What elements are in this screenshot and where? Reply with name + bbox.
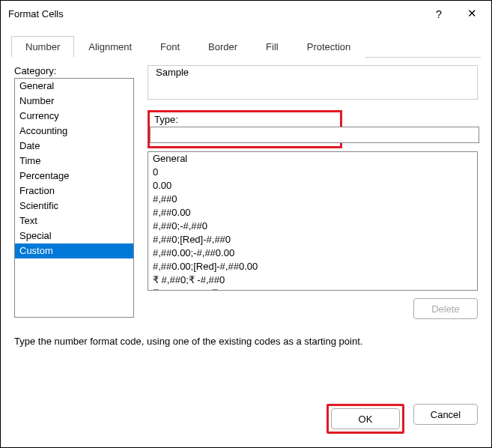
category-item[interactable]: Number xyxy=(15,94,133,109)
format-item[interactable]: ₹ #,##0;[Red]₹ -#,##0 xyxy=(148,287,477,291)
format-cells-dialog: Format Cells ? ✕ Number Alignment Font B… xyxy=(0,0,492,448)
tab-number[interactable]: Number xyxy=(11,36,74,58)
category-label: Category: xyxy=(14,65,134,76)
type-highlight: Type: xyxy=(148,110,342,148)
category-item[interactable]: Percentage xyxy=(15,169,133,184)
format-item[interactable]: #,##0.00;-#,##0.00 xyxy=(148,246,477,260)
cancel-button[interactable]: Cancel xyxy=(413,404,478,425)
tab-border[interactable]: Border xyxy=(194,36,252,58)
titlebar: Format Cells ? ✕ xyxy=(1,1,491,26)
sample-box: Sample xyxy=(148,65,478,100)
sample-label: Sample xyxy=(156,67,470,78)
dialog-title: Format Cells xyxy=(8,8,422,19)
category-item[interactable]: Currency xyxy=(15,109,133,124)
ok-button[interactable]: OK xyxy=(331,408,400,429)
tab-fill[interactable]: Fill xyxy=(252,36,293,58)
type-label: Type: xyxy=(154,114,335,125)
close-button[interactable]: ✕ xyxy=(455,2,488,25)
dialog-footer: OK Cancel xyxy=(1,392,491,447)
description-text: Type the number format code, using one o… xyxy=(14,336,478,347)
format-item[interactable]: #,##0.00 xyxy=(148,206,477,220)
category-item[interactable]: Fraction xyxy=(15,184,133,199)
format-list[interactable]: General 0 0.00 #,##0 #,##0.00 #,##0;-#,#… xyxy=(148,151,478,291)
tab-protection[interactable]: Protection xyxy=(293,36,365,58)
tab-content: Category: General Number Currency Accoun… xyxy=(1,58,491,392)
format-item[interactable]: #,##0.00;[Red]-#,##0.00 xyxy=(148,260,477,273)
format-item[interactable]: 0.00 xyxy=(148,179,477,193)
category-item[interactable]: Date xyxy=(15,139,133,154)
tab-alignment[interactable]: Alignment xyxy=(74,36,146,58)
help-button[interactable]: ? xyxy=(422,2,455,25)
category-item[interactable]: Text xyxy=(15,214,133,228)
format-item[interactable]: ₹ #,##0;₹ -#,##0 xyxy=(148,273,477,287)
tabs: Number Alignment Font Border Fill Protec… xyxy=(11,35,481,58)
category-item[interactable]: Time xyxy=(15,154,133,169)
format-item[interactable]: 0 xyxy=(148,166,477,179)
format-item[interactable]: #,##0;[Red]-#,##0 xyxy=(148,233,477,246)
category-item[interactable]: Scientific xyxy=(15,199,133,214)
category-item[interactable]: Accounting xyxy=(15,124,133,139)
format-item[interactable]: #,##0;-#,##0 xyxy=(148,220,477,233)
category-item[interactable]: Custom xyxy=(15,243,133,258)
type-input[interactable] xyxy=(150,127,479,143)
delete-button[interactable]: Delete xyxy=(413,298,478,319)
format-item[interactable]: #,##0 xyxy=(148,193,477,206)
format-item[interactable]: General xyxy=(148,152,477,166)
category-item[interactable]: General xyxy=(15,79,133,94)
ok-highlight: OK xyxy=(327,404,404,434)
category-item[interactable]: Special xyxy=(15,228,133,243)
category-list[interactable]: General Number Currency Accounting Date … xyxy=(14,78,134,318)
tab-font[interactable]: Font xyxy=(146,36,194,58)
